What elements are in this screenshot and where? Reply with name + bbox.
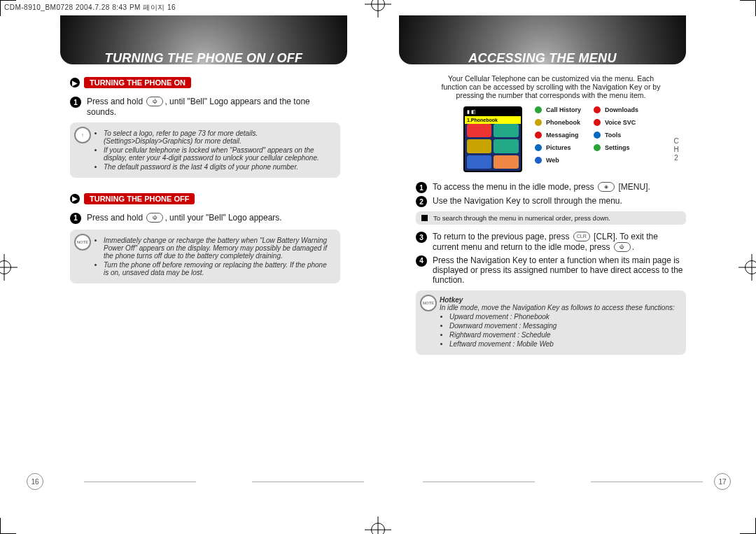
menu-item: Voice SVC (594, 119, 638, 126)
menu-item-icon (594, 106, 601, 113)
step-number: 4 (416, 255, 427, 267)
step-number: 3 (416, 232, 427, 243)
step-number: 1 (70, 97, 81, 108)
menu-item-icon (594, 119, 601, 126)
page-spread: TURNING THE PHONE ON / OFF C H 2 ▶ TURNI… (0, 13, 756, 515)
phone-screen: ▮◧ 1.Phonebook (463, 106, 522, 172)
off-step-1-text-b: , until your "Bell" Logo appears. (164, 213, 281, 223)
step-number: 1 (70, 213, 81, 224)
menu-item-icon (594, 144, 601, 151)
hotkey-note: NOTE Hotkey In idle mode, move the Navig… (416, 290, 686, 355)
s1-b: [MENU]. (616, 182, 650, 192)
on-note-1: To select a logo, refer to page 73 for m… (104, 129, 332, 145)
inline-note-text: To search through the menu in numerical … (433, 214, 610, 222)
step-number: 2 (416, 196, 427, 207)
folio-rule (84, 482, 196, 482)
menu-item-label: Pictures (546, 144, 571, 151)
hotkey-lead: In idle mode, move the Navigation Key as… (440, 304, 678, 311)
menu-list: Call HistoryPhonebookMessagingPicturesWe… (535, 106, 638, 172)
menu-item-label: Downloads (605, 106, 638, 113)
menu-step-4: 4 Press the Navigation Key to enter a fu… (416, 255, 686, 285)
off-note-1: Immediately change or recharge the batte… (104, 237, 332, 260)
power-key-icon: ⏻ (146, 97, 163, 106)
right-title: ACCESSING THE MENU (399, 51, 686, 66)
s4: Press the Navigation Key to enter a func… (433, 255, 686, 285)
menu-key-icon: ◉ (598, 182, 615, 192)
menu-step-1: 1 To access the menu in the idle mode, p… (416, 182, 686, 193)
menu-item-label: Phonebook (546, 119, 580, 126)
hotkey-item: Rightward movement : Schedule (449, 331, 678, 339)
registration-mark (745, 260, 756, 274)
menu-item-label: Settings (605, 144, 630, 151)
section-heading-on-label: TURNING THE PHONE ON (84, 77, 191, 88)
menu-item: Pictures (535, 144, 581, 151)
menu-item: Call History (535, 106, 581, 113)
crop-mark (740, 0, 756, 16)
off-note-2: Turn the phone off before removing or re… (104, 261, 332, 276)
hotkey-item: Downward movement : Messaging (449, 322, 678, 330)
s3-c: . (632, 242, 634, 252)
menu-item-label: Messaging (546, 132, 579, 139)
menu-item: Messaging (535, 132, 581, 139)
section-heading-off-label: TURNING THE PHONE OFF (84, 193, 195, 204)
folio-rule (591, 482, 703, 482)
alert-icon: ! (74, 127, 91, 143)
menu-item-icon (535, 106, 542, 113)
menu-item: Settings (594, 144, 638, 151)
menu-step-3: 3 To return to the previous page, press … (416, 232, 686, 253)
off-step-1: 1 Press and hold ⏻, until your "Bell" Lo… (70, 213, 340, 224)
menu-item-label: Tools (605, 132, 621, 139)
menu-item: Tools (594, 132, 638, 139)
left-content: ▶ TURNING THE PHONE ON 1 Press and hold … (42, 74, 375, 283)
s3-a: To return to the previous page, press (433, 232, 572, 241)
section-heading-off: ▶ TURNING THE PHONE OFF (70, 193, 195, 204)
hotkey-item: Upward movement : Phonebook (449, 313, 678, 321)
s2: Use the Navigation Key to scroll through… (433, 196, 622, 207)
folio-right: 17 (714, 473, 731, 490)
power-key-icon: ⏻ (146, 213, 163, 223)
inline-note: To search through the menu in numerical … (416, 211, 686, 225)
arrow-icon: ▶ (70, 194, 80, 204)
menu-item-icon (594, 132, 601, 139)
hotkey-item: Leftward movement : Mobile Web (449, 340, 678, 348)
left-title: TURNING THE PHONE ON / OFF (60, 51, 347, 66)
bullet-icon (421, 215, 428, 221)
crop-mark (0, 518, 16, 534)
on-step-1-text-a: Press and hold (87, 97, 145, 106)
right-title-bar: ACCESSING THE MENU (381, 32, 714, 70)
menu-item-label: Voice SVC (605, 119, 636, 126)
menu-item-icon (535, 157, 542, 164)
on-note: ! To select a logo, refer to page 73 for… (70, 122, 340, 178)
off-note: NOTE Immediately change or recharge the … (70, 230, 340, 283)
folio-left: 16 (27, 473, 43, 490)
menu-item-icon (535, 144, 542, 151)
clr-key-icon: CLR (573, 232, 590, 241)
intro-text: Your Cellular Telephone can be customize… (437, 74, 665, 99)
on-step-1: 1 Press and hold ⏻, until "Bell" Logo ap… (70, 97, 340, 117)
power-key-icon: ⏻ (614, 242, 631, 252)
on-note-2: If your cellular telephone is locked whe… (104, 146, 332, 162)
on-note-3: The default password is the last 4 digit… (104, 163, 332, 171)
menu-item-icon (535, 132, 542, 139)
step-number: 1 (416, 182, 427, 193)
menu-item: Downloads (594, 106, 638, 113)
phone-status-bar: ▮◧ (465, 108, 521, 116)
manual-spread: CDM-8910_BM0728 2004.7.28 8:43 PM 페이지 16… (0, 0, 756, 534)
s1-a: To access the menu in the idle mode, pre… (433, 182, 596, 192)
right-content: Your Cellular Telephone can be customize… (381, 74, 714, 355)
menu-preview: ▮◧ 1.Phonebook Call HistoryPhonebookMe (416, 106, 686, 172)
left-title-bar: TURNING THE PHONE ON / OFF (42, 32, 375, 70)
folio-rule (252, 482, 364, 482)
phone-highlight: 1.Phonebook (465, 116, 521, 124)
arrow-icon: ▶ (70, 78, 80, 87)
hotkey-title: Hotkey (440, 296, 678, 304)
crop-mark (0, 0, 16, 16)
off-step-1-text-a: Press and hold (87, 213, 145, 223)
registration-mark (371, 523, 385, 534)
section-heading-on: ▶ TURNING THE PHONE ON (70, 77, 191, 88)
crop-mark (740, 518, 756, 534)
folio-rule (423, 482, 535, 482)
right-page: ACCESSING THE MENU C H 2 Your Cellular T… (381, 32, 714, 508)
note-icon: NOTE (420, 295, 437, 311)
chapter-tab: C H 2 (669, 137, 683, 162)
